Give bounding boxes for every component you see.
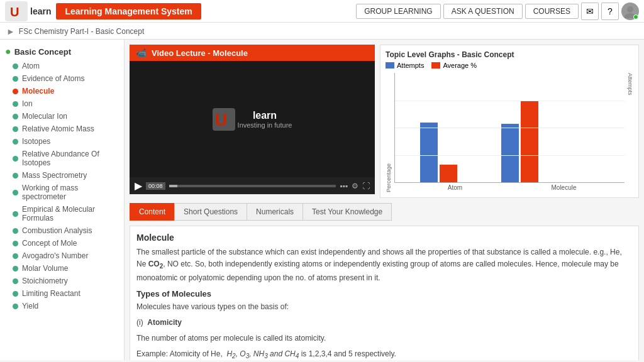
sidebar-item-14[interactable]: Molar Volume [0, 262, 124, 275]
courses-button[interactable]: COURSES [525, 4, 579, 19]
logo-u-icon: U [5, 1, 28, 21]
video-title-text: Video Lecture - Molecule [152, 48, 248, 58]
header: U learn Learning Management System GROUP… [0, 0, 644, 23]
sidebar-item-17[interactable]: Yield [0, 300, 124, 312]
sidebar-item-11[interactable]: Combustion Analysis [0, 224, 124, 237]
atomicity-example: Example: Atomicity of He, H2, O3, NH3 an… [136, 348, 632, 360]
sidebar-label-14: Molar Volume [22, 264, 68, 273]
svg-point-2 [627, 6, 633, 13]
sidebar-dot-17 [13, 304, 18, 309]
sidebar-dot-8 [13, 173, 18, 178]
video-logo-sub-text: Investing in future [238, 121, 292, 129]
grid-line-2 [395, 128, 625, 128]
legend-average: Average % [431, 62, 477, 69]
sidebar-label-11: Combustion Analysis [22, 226, 92, 235]
lms-title-button[interactable]: Learning Management System [56, 3, 201, 19]
ask-question-button[interactable]: ASK A QUESTION [443, 4, 523, 19]
x-label-molecule: Molecule [545, 184, 583, 191]
content-body: Molecule The smallest particle of the su… [130, 226, 639, 360]
sidebar-dot-11 [13, 228, 18, 234]
tab-short-questions[interactable]: Short Questions [174, 203, 247, 221]
sidebar-item-15[interactable]: Stoichiometry [0, 275, 124, 287]
video-progress-fill [169, 185, 177, 187]
avatar[interactable] [621, 3, 639, 20]
atomicity-label: (i) [136, 318, 145, 327]
sidebar-label-1: Evidence of Atoms [22, 74, 84, 83]
sidebar-dot-9 [13, 190, 18, 195]
header-nav: GROUP LEARNING ASK A QUESTION COURSES ✉ … [356, 3, 639, 20]
content-heading: Molecule [136, 233, 632, 243]
types-intro: Molecules have various types on the basi… [136, 301, 632, 313]
legend-attempts-color [386, 62, 394, 69]
sidebar-label-2: Molecule [22, 87, 54, 96]
chart-panel: Topic Level Graphs - Basic Concept Attem… [380, 45, 639, 198]
logo-area: U learn [5, 1, 51, 21]
sidebar-item-10[interactable]: Empirical & Molecular Formulas [0, 203, 124, 224]
bar-group-atom [420, 123, 457, 182]
video-progress-bar[interactable] [169, 185, 336, 187]
sidebar-item-12[interactable]: Concept of Mole [0, 237, 124, 250]
fullscreen-icon[interactable]: ⛶ [362, 182, 370, 190]
sidebar-item-1[interactable]: Evidence of Atoms [0, 72, 124, 85]
atomicity-item: (i) Atomicity [136, 317, 632, 329]
molecule-attempts-bar [501, 124, 519, 182]
video-title-bar: 📹 Video Lecture - Molecule [130, 45, 375, 61]
sidebar-item-0[interactable]: Atom [0, 60, 124, 72]
atomicity-heading: Atomicity [147, 318, 182, 327]
sidebar-label-5: Relative Atomic Mass [22, 124, 94, 133]
sidebar-section-title: ● Basic Concept [0, 43, 124, 60]
chart-right-label: Attempts [627, 73, 633, 192]
tab-test-your-knowledge[interactable]: Test Your Knowledge [303, 203, 392, 221]
atom-attempts-bar [420, 123, 438, 182]
sidebar-item-5[interactable]: Relative Atomic Mass [0, 123, 124, 135]
main-layout: ● Basic Concept AtomEvidence of AtomsMol… [0, 40, 644, 360]
sidebar-dot-10 [13, 211, 18, 217]
top-section: 📹 Video Lecture - Molecule U learn In [130, 45, 639, 198]
sidebar-item-3[interactable]: Ion [0, 97, 124, 110]
legend-attempts: Attempts [386, 62, 424, 69]
content-area: 📹 Video Lecture - Molecule U learn In [125, 40, 644, 360]
chart-container: Percentage [386, 73, 633, 192]
bars-area [394, 73, 625, 183]
breadcrumb-arrow-icon: ► [6, 26, 15, 36]
play-button[interactable]: ▶ [135, 180, 142, 192]
sidebar-item-2[interactable]: Molecule [0, 85, 124, 97]
sidebar-item-13[interactable]: Avogadro's Number [0, 250, 124, 262]
online-indicator [633, 14, 638, 19]
sidebar-item-7[interactable]: Relative Abundance Of Isotopes [0, 148, 124, 169]
x-label-atom: Atom [436, 184, 474, 191]
signal-icon: ▪▪▪ [340, 182, 348, 190]
atom-average-bar [440, 165, 457, 182]
grid-line-1 [395, 101, 625, 101]
legend-average-color [431, 62, 440, 69]
sidebar-item-9[interactable]: Working of mass spectrometer [0, 182, 124, 203]
video-camera-icon: 📹 [136, 48, 147, 58]
sidebar-item-8[interactable]: Mass Spectrometry [0, 169, 124, 182]
atomicity-text: The number of atoms per molecule is call… [136, 332, 632, 344]
sidebar-label-9: Working of mass spectrometer [22, 184, 119, 201]
sidebar-item-16[interactable]: Limiting Reactant [0, 287, 124, 300]
sidebar-item-6[interactable]: Isotopes [0, 135, 124, 148]
video-logo: U learn Investing in future [213, 108, 292, 131]
sidebar-dot-2 [13, 89, 18, 94]
help-icon[interactable]: ? [601, 3, 619, 20]
settings-icon[interactable]: ⚙ [352, 182, 358, 190]
section-dot-icon: ● [5, 46, 11, 57]
sidebar-dot-13 [13, 253, 18, 259]
sidebar-item-4[interactable]: Molecular Ion [0, 110, 124, 123]
sidebar-items-list: AtomEvidence of AtomsMoleculeIonMolecula… [0, 60, 124, 312]
video-box[interactable]: U learn Investing in future [130, 61, 375, 177]
sidebar-section-label: Basic Concept [14, 47, 71, 57]
tab-content[interactable]: Content [130, 203, 174, 221]
content-intro: The smallest particle of the substance w… [136, 246, 632, 284]
video-panel: 📹 Video Lecture - Molecule U learn In [130, 45, 375, 198]
sidebar-dot-14 [13, 266, 18, 272]
group-learning-button[interactable]: GROUP LEARNING [356, 4, 440, 19]
legend-attempts-label: Attempts [397, 62, 424, 69]
svg-text:U: U [10, 5, 19, 19]
legend-average-label: Average % [443, 62, 477, 69]
chart-x-labels: Atom Molecule [394, 183, 625, 192]
tab-numericals[interactable]: Numericals [247, 203, 303, 221]
video-logo-u-icon: U [213, 108, 235, 131]
mail-icon[interactable]: ✉ [581, 3, 599, 20]
